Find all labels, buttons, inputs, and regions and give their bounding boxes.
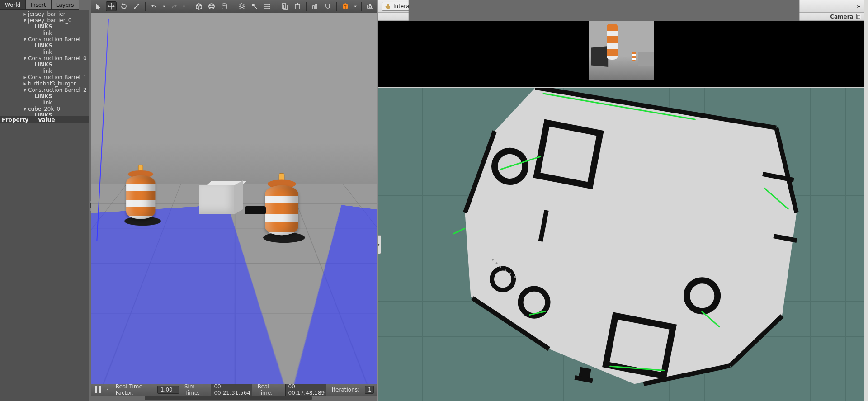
rviz-left-handle[interactable]: ▸	[378, 235, 381, 254]
rviz-map-view[interactable]: ▸	[378, 87, 864, 401]
camera-panel-header[interactable]: Camera □	[378, 13, 864, 21]
value-col: Value	[38, 117, 55, 123]
view-menu[interactable]	[340, 1, 351, 11]
cyl-icon	[221, 3, 228, 10]
tree-item-label: link	[42, 99, 52, 106]
toolbar-separator	[145, 2, 146, 11]
screenshot[interactable]	[365, 1, 376, 11]
svg-rect-13	[369, 4, 371, 5]
tab-world[interactable]: World	[0, 0, 25, 10]
undo-dropdown[interactable]	[161, 1, 167, 11]
toolbar-separator	[306, 2, 307, 11]
tree-item[interactable]: cube_20k_0	[2, 106, 87, 112]
model-turtlebot	[245, 206, 266, 214]
tree-item-label: LINKS	[33, 112, 52, 116]
svg-point-2	[222, 4, 226, 5]
select-tool[interactable]	[93, 1, 104, 11]
collapse-arrow-icon[interactable]	[23, 37, 27, 42]
expand-arrow-icon[interactable]	[23, 81, 27, 86]
svg-point-3	[241, 5, 243, 8]
tree-item[interactable]: Construction Barrel_1	[2, 74, 87, 80]
rviz-right-handle[interactable]	[864, 0, 868, 401]
tree-item[interactable]: link	[2, 68, 87, 74]
tree-item-label: link	[42, 30, 52, 36]
property-body	[0, 123, 89, 401]
tree-item-label: link	[42, 49, 52, 55]
tab-layers[interactable]: Layers	[51, 0, 79, 10]
realtime-label: Real Time:	[258, 383, 280, 396]
tree-item[interactable]: Construction Barrel	[2, 36, 87, 42]
redo-dropdown[interactable]	[181, 1, 187, 11]
undo[interactable]	[149, 1, 160, 11]
tree-item-label: jersey_barrier	[27, 11, 66, 17]
iter-label: Iterations:	[332, 387, 359, 393]
view-dropdown[interactable]	[353, 1, 358, 11]
model-barrel-right	[263, 185, 300, 243]
tree-item-label: link	[42, 68, 52, 74]
tree-item-label: LINKS	[33, 93, 52, 99]
gazebo-3d-viewport[interactable]	[91, 13, 377, 384]
insert-sphere[interactable]	[206, 1, 217, 11]
copy[interactable]	[279, 1, 290, 11]
tree-item[interactable]: link	[2, 49, 87, 55]
tree-item[interactable]: LINKS	[2, 42, 87, 49]
tree-item[interactable]: Construction Barrel_2	[2, 87, 87, 93]
insert-spotlight[interactable]	[249, 1, 260, 11]
insert-box[interactable]	[193, 1, 204, 11]
tree-item[interactable]: LINKS	[2, 61, 87, 68]
insert-cylinder[interactable]	[219, 1, 230, 11]
camera-panel-view[interactable]	[378, 21, 864, 87]
tree-item-label: LINKS	[33, 42, 52, 49]
magnet-icon	[324, 3, 331, 10]
rtf-label: Real Time Factor:	[116, 383, 152, 396]
svg-point-0	[209, 4, 214, 9]
collapse-arrow-icon[interactable]	[23, 56, 27, 61]
rtf-value: 1.00	[157, 386, 179, 394]
align[interactable]	[310, 1, 321, 11]
tree-item[interactable]: LINKS	[2, 93, 87, 99]
rviz-toolbar-more[interactable]: »	[857, 3, 860, 9]
world-tree[interactable]: jersey_barrierjersey_barrier_0LINKSlinkC…	[0, 10, 89, 116]
tree-item[interactable]: Construction Barrel_0	[2, 55, 87, 61]
redo-icon	[170, 3, 178, 10]
tab-insert[interactable]: Insert	[25, 0, 51, 10]
tree-item[interactable]: jersey_barrier_0	[2, 17, 87, 24]
gazebo-center: ⠂ Real Time Factor: 1.00 Sim Time: 00 00…	[91, 0, 377, 401]
camera-panel-title: Camera	[830, 14, 854, 20]
expand-arrow-icon[interactable]	[23, 12, 27, 16]
occupancy-map	[410, 87, 831, 401]
gazebo-hscroll[interactable]	[91, 396, 377, 401]
camera-panel-close[interactable]: □	[856, 14, 861, 19]
pause-button[interactable]	[95, 386, 101, 393]
tree-item-label: LINKS	[33, 24, 52, 30]
expand-arrow-icon[interactable]	[23, 75, 27, 80]
collapse-arrow-icon[interactable]	[23, 107, 27, 111]
tree-item[interactable]: jersey_barrier	[2, 11, 87, 17]
realtime-value: 00 00:17:48.189	[285, 382, 326, 397]
translate-tool[interactable]	[106, 1, 117, 11]
collapse-arrow-icon[interactable]	[23, 18, 27, 23]
svg-rect-8	[297, 3, 298, 5]
gazebo-sidepanel: World Insert Layers jersey_barrierjersey…	[0, 0, 89, 401]
snap[interactable]	[322, 1, 333, 11]
insert-dirlight[interactable]	[262, 1, 273, 11]
move-icon	[108, 3, 115, 10]
rotate-tool[interactable]	[118, 1, 129, 11]
tree-item[interactable]: link	[2, 99, 87, 106]
tree-item[interactable]: turtlebot3_burger	[2, 80, 87, 87]
drop-icon	[182, 3, 186, 10]
insert-pointlight[interactable]	[236, 1, 247, 11]
collapse-arrow-icon[interactable]	[23, 88, 27, 92]
scale-tool[interactable]	[131, 1, 142, 11]
property-col: Property	[2, 117, 38, 123]
tree-item[interactable]: LINKS	[2, 112, 87, 116]
toolbar-separator	[233, 2, 233, 11]
tree-item[interactable]: link	[2, 30, 87, 36]
svg-rect-10	[316, 4, 317, 9]
redo[interactable]	[169, 1, 179, 11]
spot-icon	[251, 3, 258, 10]
svg-point-12	[369, 6, 372, 8]
paste[interactable]	[292, 1, 303, 11]
tree-item[interactable]: LINKS	[2, 24, 87, 30]
rviz-window: InteractMove CameraSelectFocus CameraMea…	[377, 0, 864, 401]
